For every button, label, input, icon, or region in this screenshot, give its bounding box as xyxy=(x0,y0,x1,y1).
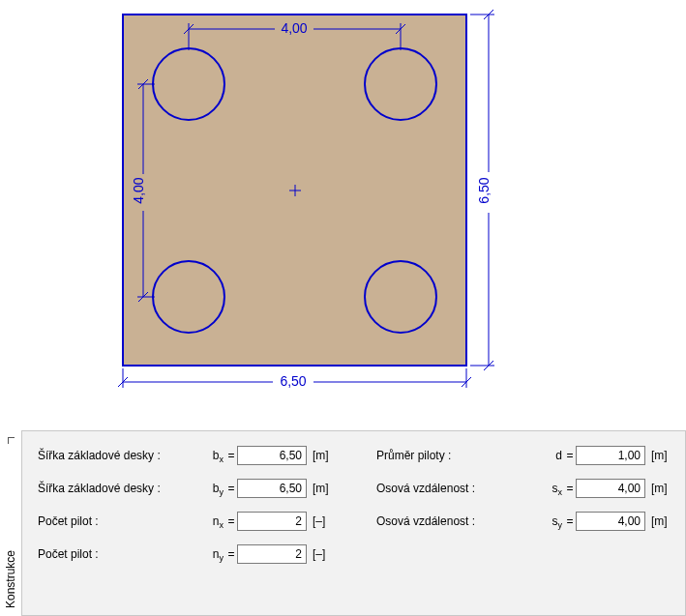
symbol-d: d xyxy=(522,449,564,462)
svg-text:4,00: 4,00 xyxy=(281,20,307,36)
symbol-sy: sy xyxy=(522,514,564,528)
input-ny[interactable] xyxy=(237,544,307,564)
symbol-sx: sx xyxy=(522,482,564,495)
svg-text:4,00: 4,00 xyxy=(131,177,146,203)
pile-bottom-right xyxy=(365,261,436,333)
pile-top-left xyxy=(153,48,224,120)
geometry-drawing: 4,00 4,00 6,50 6,50 xyxy=(0,0,686,430)
label-ny: Počet pilot : xyxy=(38,547,183,561)
parameters-panel: Šířka základové desky : bx = [m] Šířka z… xyxy=(21,430,686,616)
unit-ny: [–] xyxy=(307,547,340,561)
label-nx: Počet pilot : xyxy=(38,514,183,528)
input-nx[interactable] xyxy=(237,512,307,531)
symbol-ny: ny xyxy=(183,547,225,561)
label-bx: Šířka základové desky : xyxy=(38,449,183,462)
pile-top-right xyxy=(365,48,436,120)
unit-bx: [m] xyxy=(307,449,340,462)
unit-sy: [m] xyxy=(645,514,678,528)
pile-bottom-left xyxy=(153,261,224,333)
symbol-by: by xyxy=(183,482,225,495)
input-bx[interactable] xyxy=(237,446,307,465)
svg-text:6,50: 6,50 xyxy=(476,177,492,203)
unit-d: [m] xyxy=(645,449,678,462)
label-d: Průměr piloty : xyxy=(376,449,522,462)
symbol-nx: nx xyxy=(183,514,225,528)
input-sy[interactable] xyxy=(576,512,645,531)
label-by: Šířka základové desky : xyxy=(38,482,183,495)
dim-width-x: 6,50 xyxy=(118,368,471,390)
label-sy: Osová vzdálenost : xyxy=(376,514,522,528)
svg-text:6,50: 6,50 xyxy=(280,373,306,389)
symbol-bx: bx xyxy=(183,449,225,462)
input-by[interactable] xyxy=(237,479,307,498)
unit-sx: [m] xyxy=(645,482,678,495)
label-sx: Osová vzdálenost : xyxy=(376,482,522,495)
panel-title: Konstrukce xyxy=(4,550,17,608)
input-sx[interactable] xyxy=(576,479,645,498)
input-d[interactable] xyxy=(576,446,645,465)
unit-nx: [–] xyxy=(307,514,340,528)
dim-height-y: 6,50 xyxy=(470,10,498,370)
unit-by: [m] xyxy=(307,482,340,495)
